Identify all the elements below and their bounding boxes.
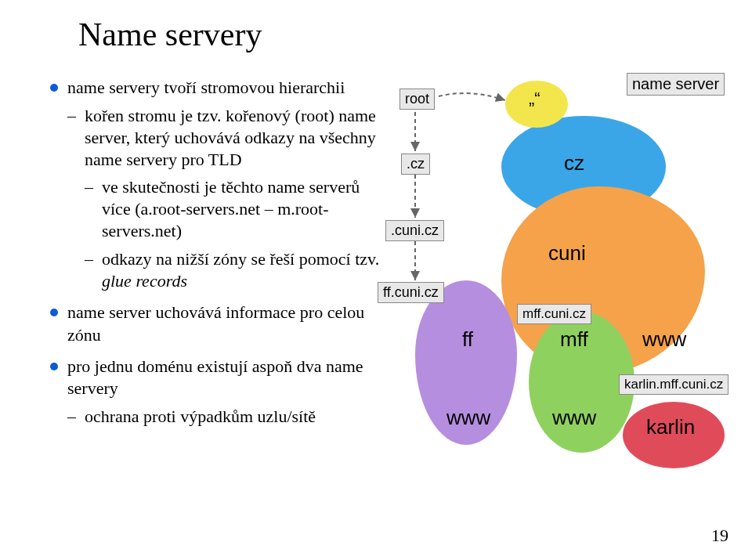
cuni-label: cuni <box>548 241 586 266</box>
mff-label: mff <box>560 327 588 352</box>
bullet-3-1: ochrana proti výpadkům uzlu/sítě <box>67 406 384 428</box>
nameserver-box: name server <box>627 73 725 96</box>
bullet-1: name servery tvoří stromovou hierarchii … <box>47 77 384 292</box>
bullet-1-1-2: odkazy na nižší zóny se řeší pomocí tzv.… <box>85 248 384 292</box>
bullet-1-1-2-text-a: odkazy na nižší zóny se řeší pomocí tzv. <box>102 249 379 269</box>
karlin-label: karlin <box>646 415 695 439</box>
bullet-area: name servery tvoří stromovou hierarchii … <box>47 77 384 437</box>
cz-label: cz <box>564 151 584 175</box>
bullet-3-1-text: ochrana proti výpadkům uzlu/sítě <box>85 406 316 426</box>
bullet-1-1-1: ve skutečnosti je těchto name serverů ví… <box>85 176 384 242</box>
bullet-1-1: kořen stromu je tzv. kořenový (root) nam… <box>67 105 384 292</box>
ff-label: ff <box>462 327 473 352</box>
karlinmff-box: karlin.mff.cuni.cz <box>619 374 728 395</box>
slide-title: Name servery <box>78 16 721 53</box>
bullet-1-1-text: kořen stromu je tzv. kořenový (root) nam… <box>85 106 376 169</box>
bullet-3-text: pro jednu doménu existují aspoň dva name… <box>67 356 363 398</box>
www-orange-label: www <box>642 327 686 352</box>
page-number: 19 <box>711 526 728 546</box>
bullet-2-text: name server uchovává informace pro celou… <box>67 302 364 344</box>
bullet-1-1-1-text: ve skutečnosti je těchto name serverů ví… <box>102 177 360 240</box>
www-purple-label: www <box>446 406 490 430</box>
mffcunicz-box: mff.cuni.cz <box>517 304 591 324</box>
ffcunicz-box: ff.cuni.cz <box>378 282 444 303</box>
root-box: root <box>400 89 435 110</box>
bullet-1-1-2-text-b: glue records <box>102 271 187 291</box>
bullet-3: pro jednu doménu existují aspoň dva name… <box>47 356 384 428</box>
cz-box: .cz <box>401 154 430 175</box>
diagram: root .cz .cuni.cz ff.cuni.cz mff.cuni.cz… <box>384 77 721 500</box>
cunicz-box: .cuni.cz <box>385 220 444 241</box>
www-green-label: www <box>552 406 596 430</box>
bullet-2: name server uchovává informace pro celou… <box>47 302 384 345</box>
quote-label: „“ <box>529 89 540 109</box>
bullet-1-text: name servery tvoří stromovou hierarchii <box>67 78 345 97</box>
